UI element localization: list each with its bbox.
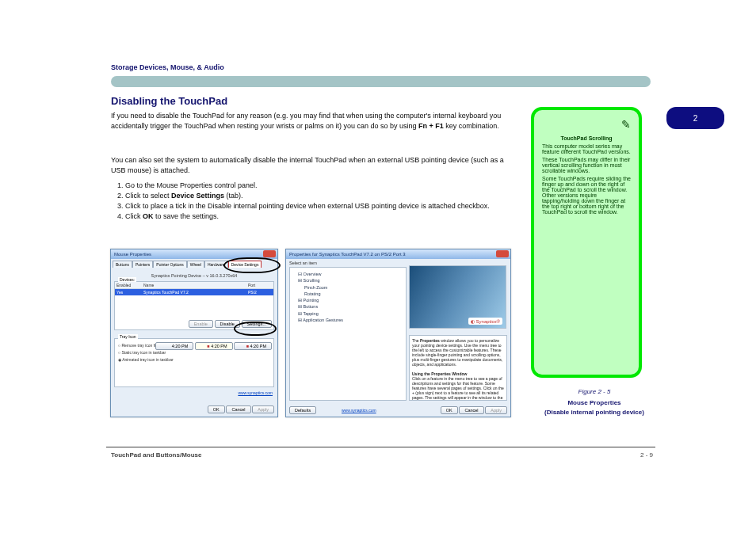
- titlebar-left: Mouse Properties: [111, 249, 277, 259]
- steps-list: Go to the Mouse Properties control panel…: [111, 179, 515, 223]
- col-name: Name: [142, 282, 246, 288]
- apply-button-left[interactable]: Apply: [252, 405, 274, 413]
- tree-tapping[interactable]: ⊞ Tapping: [293, 310, 403, 317]
- note-p2: These TouchPads may differ in their vert…: [542, 157, 631, 173]
- settings-button[interactable]: Settings...: [242, 320, 272, 328]
- tree-buttons[interactable]: ⊞ Buttons: [293, 303, 403, 310]
- device-row[interactable]: Yes Synaptics TouchPad V7.2 PS/2: [115, 289, 273, 295]
- defaults-button[interactable]: Defaults: [289, 406, 316, 414]
- figure-label: Figure 2 - 5: [547, 388, 642, 395]
- tray-opt3[interactable]: ◉ Animated tray icon in taskbar: [118, 356, 270, 364]
- tab-hardware[interactable]: Hardware: [204, 261, 228, 268]
- tab-buttons[interactable]: Buttons: [113, 261, 132, 268]
- tabs-row: Buttons Pointers Pointer Options Wheel H…: [111, 259, 277, 268]
- footer-rule: [106, 447, 655, 447]
- device-version: Synaptics Pointing Device – v 16.0.3.270…: [116, 273, 273, 278]
- col-port: Port: [246, 282, 273, 288]
- note-heading: TouchPad Scrolling: [560, 135, 612, 141]
- tree-pinch[interactable]: Pinch Zoom: [293, 284, 403, 291]
- tab-pointers[interactable]: Pointers: [132, 261, 153, 268]
- synaptics-logo: ◐ Synaptics®: [468, 318, 502, 325]
- tab-wheel[interactable]: Wheel: [187, 261, 204, 268]
- step-3: Click to place a tick in the Disable int…: [125, 201, 515, 211]
- col-enabled: Enabled: [115, 282, 142, 288]
- title-right: Properties for Synaptics TouchPad V7.2 o…: [289, 252, 406, 257]
- synaptics-link-left[interactable]: www.synaptics.com: [238, 390, 273, 395]
- cancel-button-left[interactable]: Cancel: [226, 405, 250, 413]
- time-1: 4:20 PM: [155, 342, 193, 350]
- note-p3: Some TouchPads require sliding the finge…: [542, 176, 631, 215]
- touchpad-properties-window: Properties for Synaptics TouchPad V7.2 o…: [285, 249, 511, 417]
- disable-button[interactable]: Disable: [215, 320, 240, 328]
- section-heading: Disabling the TouchPad: [111, 95, 227, 107]
- row-enabled: Yes: [115, 289, 142, 295]
- cancel-button-right[interactable]: Cancel: [459, 406, 483, 414]
- step-4: Click OK to save the settings.: [125, 211, 515, 222]
- p1-key: Fn + F1: [418, 122, 444, 130]
- devices-label: Devices:: [118, 277, 136, 282]
- side-tab: 2: [666, 107, 724, 129]
- tab-device-settings[interactable]: Device Settings: [228, 261, 262, 268]
- mouse-properties-window: Mouse Properties Buttons Pointers Pointe…: [110, 249, 278, 417]
- step-2: Click to select Device Settings (tab).: [125, 191, 515, 201]
- pen-icon: ✎: [542, 118, 631, 131]
- tree-pointing[interactable]: ⊞ Pointing: [293, 297, 403, 303]
- close-icon[interactable]: [496, 250, 509, 257]
- close-icon[interactable]: [263, 250, 276, 257]
- paragraph-2: You can also set the system to automatic…: [111, 155, 515, 176]
- tree-scrolling[interactable]: ⊞ Scrolling: [293, 277, 403, 284]
- ok-button-right[interactable]: OK: [441, 406, 458, 414]
- synaptics-link-right[interactable]: www.synaptics.com: [342, 408, 376, 413]
- paragraph-1: If you need to disable the TouchPad for …: [111, 111, 515, 131]
- figure-cap2: (Disable internal pointing device): [531, 409, 658, 416]
- step-1: Go to the Mouse Properties control panel…: [125, 181, 515, 191]
- footer-right: 2 - 9: [640, 451, 653, 459]
- select-item-label: Select an item: [289, 261, 317, 265]
- row-port: PS/2: [246, 289, 273, 295]
- titlebar-right: Properties for Synaptics TouchPad V7.2 o…: [286, 249, 510, 259]
- side-tab-number: 2: [693, 114, 698, 123]
- title-left: Mouse Properties: [114, 252, 151, 257]
- synaptics-image: ◐ Synaptics®: [409, 265, 506, 329]
- tab-pointer-options[interactable]: Pointer Options: [153, 261, 186, 268]
- tree-panel: ⊟ Overview ⊞ Scrolling Pinch Zoom Rotati…: [289, 267, 407, 401]
- tray-label: Tray Icon: [118, 334, 138, 339]
- header-pill: [111, 76, 651, 87]
- tree-rotating[interactable]: Rotating: [293, 291, 403, 297]
- row-name: Synaptics TouchPad V7.2: [142, 289, 246, 295]
- tree-gestures[interactable]: ⊞ Application Gestures: [293, 317, 403, 323]
- apply-button-right[interactable]: Apply: [485, 406, 507, 414]
- p1-tail: key combination.: [445, 122, 499, 130]
- enable-button[interactable]: Enable: [189, 320, 213, 328]
- description-panel: The Properties window allows you to pers…: [409, 335, 507, 401]
- ok-button-left[interactable]: OK: [208, 405, 225, 413]
- footer-left: TouchPad and Buttons/Mouse: [111, 451, 202, 459]
- tree-overview[interactable]: ⊟ Overview: [293, 271, 403, 277]
- time-3: ■ 4:20 PM: [234, 342, 272, 350]
- time-2: ■ 4:20 PM: [195, 342, 233, 350]
- note-p1: This computer model series may feature d…: [542, 143, 631, 154]
- header-breadcrumb: Storage Devices, Mouse, & Audio: [111, 63, 224, 71]
- note-box: ✎ TouchPad Scrolling This computer model…: [531, 107, 642, 378]
- figure-cap1: Mouse Properties: [547, 399, 642, 406]
